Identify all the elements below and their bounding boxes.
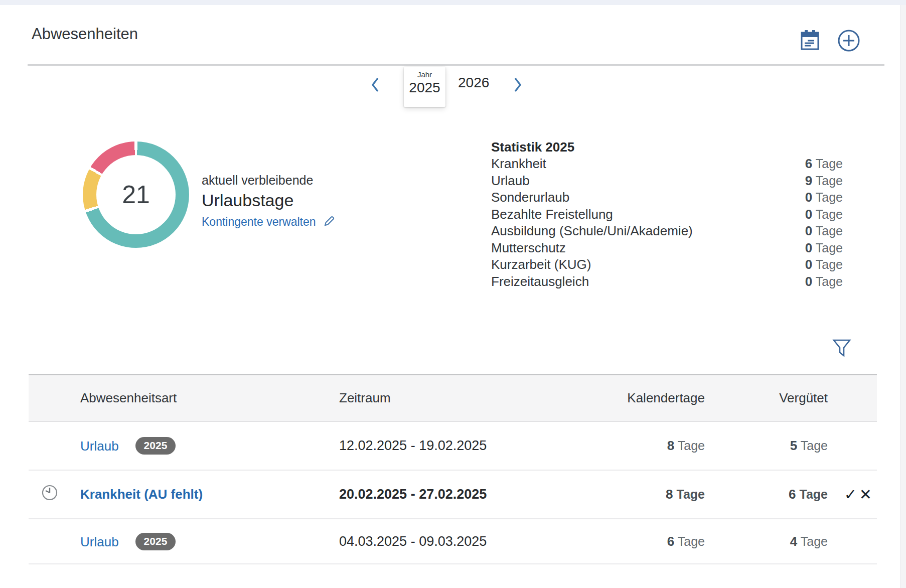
year-option-next[interactable]: 2026 [458,75,489,91]
stat-label: Kurzarbeit (KUG) [491,256,591,273]
stat-label: Ausbildung (Schule/Uni/Akademie) [491,223,693,240]
calendar-days-cell: 6 Tage [555,534,705,549]
column-header-kalendertage: Kalendertage [555,390,705,406]
calendar-days-cell: 8 Tage [555,487,705,502]
calendar-days-cell: 8 Tage [555,438,705,454]
stat-label: Urlaub [491,173,530,190]
table-row[interactable]: Urlaub202504.03.2025 - 09.03.20256 Tage4… [29,519,877,564]
year-badge: 2025 [135,437,176,455]
calendar-list-icon [799,29,820,54]
stat-row: Freizeitausgleich0 Tage [491,273,843,290]
absence-type-cell: Urlaub2025 [80,437,339,455]
column-header-verguetet: Vergütet [705,390,828,406]
manage-quotas-link[interactable]: Kontingente verwalten [202,215,316,229]
header-divider [28,64,884,66]
chevron-right-icon [513,76,523,95]
selected-year: 2025 [409,79,440,96]
filter-button[interactable] [828,334,856,362]
statistics-title: Statistik 2025 [491,138,843,156]
calendar-view-button[interactable] [797,28,823,54]
stat-value: 0 Tage [805,240,843,257]
plus-circle-icon [837,29,860,54]
stat-value: 6 Tage [805,156,843,173]
pending-clock-icon [41,484,59,505]
period-cell: 20.02.2025 - 27.02.2025 [339,487,555,502]
stat-label: Freizeitausgleich [491,273,589,290]
stat-row: Kurzarbeit (KUG)0 Tage [491,256,843,273]
paid-days-cell: 4 Tage [705,534,828,549]
stat-value: 0 Tage [805,189,843,206]
absence-type-cell: Urlaub2025 [80,533,339,550]
page-title: Abwesenheiten [32,25,138,43]
year-badge: 2025 [135,533,176,550]
period-cell: 12.02.2025 - 19.02.2025 [339,438,555,454]
paid-days-cell: 5 Tage [705,438,828,454]
absence-type-link[interactable]: Krankheit (AU fehlt) [80,487,203,502]
absences-table: Abwesenheitsart Zeitraum Kalendertage Ve… [29,374,877,564]
stat-row: Bezahlte Freistellung0 Tage [491,206,843,223]
stat-row: Urlaub9 Tage [491,173,843,190]
stat-value: 0 Tage [805,256,843,273]
table-row[interactable]: Krankheit (AU fehlt)20.02.2025 - 27.02.2… [29,471,877,519]
stat-row: Mutterschutz0 Tage [491,240,843,257]
statistics-panel: Statistik 2025 Krankheit6 TageUrlaub9 Ta… [491,138,843,290]
stat-label: Krankheit [491,156,546,173]
stat-value: 0 Tage [805,273,843,290]
table-body: Urlaub202512.02.2025 - 19.02.20258 Tage5… [29,422,877,564]
year-caption: Jahr [417,70,432,79]
stat-row: Ausbildung (Schule/Uni/Akademie)0 Tage [491,223,843,240]
summary-line1: aktuell verbleibende [202,172,335,189]
absences-screen: Abwesenheiten [0,0,906,588]
table-header-row: Abwesenheitsart Zeitraum Kalendertage Ve… [29,374,877,422]
reject-cross-icon[interactable]: ✕ [859,487,872,502]
vacation-donut-chart: 21 [83,141,189,248]
row-icon-cell [29,484,80,505]
chevron-left-icon [370,76,380,95]
stat-value: 0 Tage [805,206,843,223]
stat-row: Sonderurlaub0 Tage [491,189,843,206]
column-header-zeitraum: Zeitraum [339,390,555,406]
add-absence-button[interactable] [836,28,862,54]
header-actions [797,28,862,54]
top-strip [0,0,906,5]
absence-type-link[interactable]: Urlaub [80,438,119,454]
absence-type-cell: Krankheit (AU fehlt) [80,487,339,502]
previous-year-button[interactable] [365,73,385,97]
approve-check-icon[interactable]: ✓ [844,487,857,502]
edit-pencil-icon[interactable] [324,215,335,229]
filter-funnel-icon [831,337,852,360]
vacation-summary: aktuell verbleibende Urlaubstage Konting… [202,172,335,229]
selected-year-card[interactable]: Jahr 2025 [404,67,445,107]
summary-line2: Urlaubstage [202,189,335,212]
remaining-days-value: 21 [83,141,189,248]
next-year-button[interactable] [508,73,528,97]
stat-label: Bezahlte Freistellung [491,206,613,223]
stat-label: Mutterschutz [491,240,566,257]
stat-row: Krankheit6 Tage [491,156,843,173]
stat-value: 0 Tage [805,223,843,240]
row-actions-cell: ✓✕ [828,487,877,502]
column-header-abwesenheitsart: Abwesenheitsart [80,390,339,406]
paid-days-cell: 6 Tage [705,487,828,502]
period-cell: 04.03.2025 - 09.03.2025 [339,534,555,549]
page-background-strip [900,5,906,588]
stat-label: Sonderurlaub [491,189,569,206]
absence-type-link[interactable]: Urlaub [80,534,119,549]
table-row[interactable]: Urlaub202512.02.2025 - 19.02.20258 Tage5… [29,422,877,471]
stat-value: 9 Tage [805,173,843,190]
